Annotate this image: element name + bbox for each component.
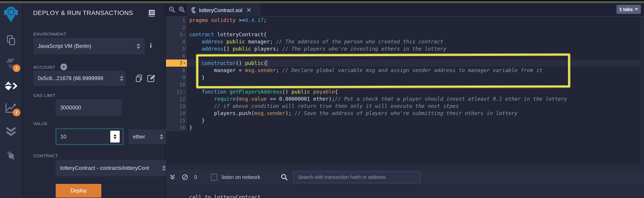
code-line-9: 9 } [166, 74, 644, 81]
remix-logo-icon[interactable] [3, 6, 19, 22]
search-icon [281, 174, 288, 181]
listen-on-network-label: listen on network [222, 174, 260, 180]
code-line-4: 4 address public manager; // The address… [166, 38, 644, 45]
tabs-count-label: 1 tabs [619, 7, 633, 12]
tab-lotterycontract[interactable]: lotteryContract.sol ✕ [187, 4, 260, 16]
fold-arrow-icon[interactable]: ▾ [184, 90, 185, 94]
code-line-13: 13 // if above condition will return tru… [166, 102, 644, 110]
account-label: ACCOUNT [33, 65, 55, 70]
environment-info-icon[interactable]: i [150, 42, 152, 49]
unit-select[interactable]: ether [128, 129, 168, 144]
select-arrows-icon [120, 76, 124, 81]
terminal-toolbar: 0 listen on network [166, 170, 644, 185]
value-stepper[interactable] [110, 131, 120, 142]
tab-title: lotteryContract.sol [199, 7, 242, 14]
panel-title: DEPLOY & RUN TRANSACTIONS [33, 10, 150, 16]
value-input-wrap [56, 128, 124, 145]
editor-scrollbar[interactable] [640, 16, 644, 165]
line-number: 4 [166, 38, 188, 45]
gas-limit-label: GAS LIMIT [33, 93, 56, 98]
line-number: 11▾ [166, 88, 188, 95]
code-line-12: 12 require(msg.value >= 0.00000001 ether… [166, 95, 644, 102]
fold-arrow-icon[interactable]: ▾ [184, 61, 185, 65]
analytics-badge: 1 [13, 109, 20, 116]
line-number: 12 [166, 95, 188, 102]
line-number: 16 [166, 124, 188, 131]
value-label: VALUE [33, 121, 48, 126]
transaction-count: 0 [194, 174, 197, 180]
code-line-11: 11▾ function getPlayersAddress() public … [166, 88, 644, 95]
account-select[interactable]: 0x5c6...21678 (88.9999999 [33, 71, 126, 86]
select-arrows-icon [162, 165, 166, 171]
line-number: 10 [166, 81, 188, 88]
line-number: 2 [166, 24, 188, 31]
analytics-icon[interactable]: 1 [3, 100, 19, 116]
line-number: 15 [166, 117, 188, 124]
file-explorer-icon[interactable] [3, 32, 19, 48]
account-value: 0x5c6...21678 (88.9999999 [38, 75, 118, 82]
code-line-15: 15 } [166, 117, 644, 124]
select-arrows-icon [137, 44, 140, 49]
select-arrows-icon [160, 134, 163, 140]
tabs-count-button[interactable]: 1 tabs [616, 5, 641, 14]
line-number: 7▾ [166, 60, 188, 67]
plugin-manager-icon[interactable] [3, 148, 19, 164]
code-line-3: 3▾contract lotteryContract{ [166, 31, 644, 38]
line-number: 13 [166, 102, 188, 110]
line-number: 3▾ [166, 31, 188, 38]
deploy-panel: DEPLOY & RUN TRANSACTIONS ENVIRONMENT Ja… [23, 3, 166, 198]
listen-on-network-checkbox[interactable] [211, 174, 217, 180]
zoom-out-icon[interactable] [169, 6, 175, 13]
unit-value: ether [133, 134, 158, 140]
chevron-down-icon [634, 8, 638, 10]
line-number: 14 [166, 110, 188, 117]
line-number: 9 [166, 74, 188, 81]
compiler-badge: 2 [13, 64, 20, 72]
code-line-16: 16} [166, 124, 644, 131]
expand-terminal-icon[interactable] [170, 174, 175, 180]
text-cursor [267, 60, 267, 66]
environment-label: ENVIRONMENT [33, 32, 66, 37]
environment-value: JavaScript VM (Berlin) [38, 43, 134, 49]
deploy-button[interactable]: Deploy [56, 184, 101, 198]
contract-select[interactable]: lotteryContract - contracts/lotteryCont [56, 160, 168, 176]
edit-account-icon[interactable] [147, 74, 155, 82]
editor-tabbar: lotteryContract.sol ✕ 1 tabs [166, 3, 644, 16]
line-number: 1 [166, 16, 188, 24]
code-lines[interactable]: 1pragma solidity >=0.4.17;23▾contract lo… [166, 16, 644, 165]
clear-console-icon[interactable] [182, 174, 188, 180]
remix-ide-window: 2 1 [0, 0, 644, 198]
code-line-10: 10 [166, 81, 644, 88]
add-account-icon[interactable]: + [60, 64, 67, 70]
unit-testing-icon[interactable] [3, 124, 19, 140]
environment-select[interactable]: JavaScript VM (Berlin) [33, 38, 145, 54]
code-line-5: 5 address[] public players; // The playe… [166, 45, 644, 52]
code-line-8: 8 manager = msg.sender; // Declare globa… [166, 67, 644, 74]
code-line-7: 7▾ constructor() public{ [166, 60, 644, 67]
contract-value: lotteryContract - contracts/lotteryCont [60, 165, 160, 171]
solidity-compiler-icon[interactable]: 2 [3, 56, 19, 72]
contract-label: CONTRACT [33, 154, 58, 158]
editor-region[interactable]: lotteryContract.sol ✕ 1 tabs 1pragma sol… [166, 3, 644, 165]
deploy-run-icon[interactable] [3, 78, 19, 94]
line-number: 8 [166, 67, 188, 74]
solidity-file-icon [190, 7, 196, 14]
code-line-2: 2 [166, 24, 644, 31]
copy-account-icon[interactable] [135, 74, 142, 82]
code-line-1: 1pragma solidity >=0.4.17; [166, 16, 644, 24]
terminal-search-input[interactable] [293, 172, 420, 183]
code-line-6: 6 [166, 52, 644, 60]
terminal-log-line: call to lotteryContract. [189, 194, 264, 198]
code-line-14: 14 players.push(msg.sender); // Save the… [166, 110, 644, 117]
terminal-region: 0 listen on network call to lotteryContr… [166, 165, 644, 198]
gas-limit-input[interactable] [56, 99, 122, 116]
line-number: 6 [166, 52, 188, 60]
line-number: 5 [166, 45, 188, 52]
icon-sidebar: 2 1 [0, 3, 22, 198]
documentation-icon[interactable] [148, 10, 156, 18]
fold-arrow-icon[interactable]: ▾ [184, 33, 185, 36]
zoom-in-icon[interactable] [178, 6, 185, 13]
close-tab-icon[interactable]: ✕ [246, 7, 251, 14]
window-title-strip [0, 1, 644, 3]
